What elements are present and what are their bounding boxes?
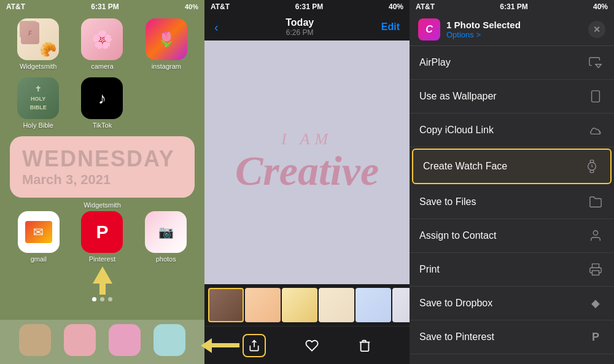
share-sheet-panel: AT&T 6:31 PM 40% C 1 Photo Selected Opti…	[410, 0, 614, 364]
thumbnail-2[interactable]	[245, 288, 281, 322]
share-carrier: AT&T	[416, 2, 435, 11]
nav-subtitle: 6:26 PM	[286, 28, 314, 37]
edit-button[interactable]: Edit	[381, 21, 400, 33]
nav-title-area: Today 6:26 PM	[286, 17, 314, 37]
app-tiktok[interactable]: ♪ TikTok	[74, 77, 130, 129]
app-instagram[interactable]: 🌷 instagram	[138, 18, 195, 70]
thumbnail-5[interactable]	[356, 288, 391, 322]
dock-icon-4[interactable]	[154, 324, 185, 356]
share-status-bar: AT&T 6:31 PM 40%	[410, 0, 614, 14]
heart-button[interactable]	[305, 339, 319, 352]
pinterest-save-icon: P	[587, 328, 604, 346]
holy-bible-label: Holy Bible	[23, 122, 53, 129]
creative-script-text: Creative	[235, 148, 379, 194]
share-item-watchface[interactable]: Create Watch Face	[412, 149, 612, 184]
arrow-indicator	[0, 266, 204, 295]
share-app-icon: C	[418, 18, 440, 41]
camera-icon: 🌸	[81, 18, 123, 60]
widget-date: March 3, 2021	[22, 172, 182, 188]
thumbnail-6[interactable]	[392, 288, 410, 322]
share-item-files[interactable]: Save to Files	[410, 185, 614, 219]
wallpaper-icon	[587, 88, 604, 105]
airplay-label: AirPlay	[419, 57, 587, 68]
page-dot-1	[92, 297, 96, 301]
app-holy-bible[interactable]: ✝HOLYBIBLE Holy Bible	[10, 77, 66, 129]
airplay-icon	[587, 54, 604, 71]
page-dots	[0, 297, 204, 301]
photo-nav: ‹ Today 6:26 PM Edit	[204, 14, 410, 41]
tiktok-icon: ♪	[81, 77, 123, 119]
app-photos[interactable]: 📷 photos	[137, 211, 195, 263]
photos-icon: 📷	[145, 211, 187, 253]
share-item-picsart[interactable]: PicsArt p	[410, 354, 614, 364]
widget-day: WEDNESDAY	[22, 146, 182, 172]
home-dock	[0, 320, 204, 364]
photo-toolbar	[204, 326, 410, 364]
photo-status-bar: AT&T 6:31 PM 40%	[204, 0, 410, 14]
photo-battery: 40%	[389, 2, 403, 11]
svg-marker-1	[596, 64, 601, 68]
share-item-airplay[interactable]: AirPlay	[410, 46, 614, 80]
share-item-contact[interactable]: Assign to Contact	[410, 219, 614, 253]
widgetsmith-widget: WEDNESDAY March 3, 2021	[10, 136, 195, 198]
share-item-icloud[interactable]: Copy iCloud Link	[410, 114, 614, 147]
page-dot-3	[108, 297, 112, 301]
dock-icon-2[interactable]	[64, 324, 96, 356]
dropbox-label: Save to Dropbox	[419, 298, 587, 309]
dropbox-icon: ◆	[587, 295, 604, 312]
app-pinterest[interactable]: P Pinterest	[74, 211, 131, 263]
home-battery: 40%	[185, 3, 198, 10]
tiktok-label: TikTok	[93, 122, 112, 129]
share-item-print[interactable]: Print	[410, 253, 614, 287]
delete-button[interactable]	[358, 339, 371, 352]
share-item-dropbox[interactable]: Save to Dropbox ◆	[410, 287, 614, 320]
instagram-icon: 🌷	[146, 18, 187, 60]
share-options-link[interactable]: Options >	[446, 30, 582, 39]
print-label: Print	[419, 264, 587, 275]
photo-thumbnails	[204, 284, 410, 326]
dock-icon-3[interactable]	[109, 324, 141, 356]
watchface-label: Create Watch Face	[423, 161, 583, 172]
home-app-grid: F 🥐 Widgetsmith 🌸 camera 🌷 instagram ✝HO…	[0, 14, 204, 134]
home-small-app-grid: ✉ gmail P Pinterest 📷 photos	[0, 211, 204, 263]
empty-slot	[138, 77, 195, 129]
files-label: Save to Files	[419, 196, 587, 207]
share-selected-count: 1 Photo Selected	[446, 20, 582, 30]
home-time: 6:31 PM	[91, 2, 119, 11]
thumbnail-3[interactable]	[282, 288, 317, 322]
app-camera[interactable]: 🌸 camera	[74, 18, 130, 70]
share-item-wallpaper[interactable]: Use as Wallpaper	[410, 80, 614, 114]
instagram-label: instagram	[152, 63, 181, 70]
photo-creative-content: I AM Creative	[235, 131, 379, 194]
share-button[interactable]	[243, 334, 266, 357]
photo-carrier: AT&T	[211, 2, 230, 11]
home-screen-panel: AT&T 6:31 PM 40% F 🥐 Widgetsmith 🌸 camer…	[0, 0, 204, 364]
pinterest-label: Pinterest	[89, 255, 115, 263]
home-carrier: AT&T	[6, 2, 25, 11]
svg-rect-8	[593, 271, 599, 275]
app-gmail[interactable]: ✉ gmail	[10, 211, 68, 263]
nav-title: Today	[286, 17, 314, 28]
svg-rect-2	[592, 91, 600, 102]
icloud-label: Copy iCloud Link	[419, 125, 587, 136]
pinterest-icon: P	[81, 211, 123, 253]
thumbnail-1[interactable]	[208, 288, 244, 322]
photo-main-image: I AM Creative	[204, 41, 410, 284]
dock-icon-1[interactable]	[19, 324, 51, 356]
wallpaper-label: Use as Wallpaper	[419, 91, 587, 102]
widgetsmith-section-label: Widgetsmith	[0, 201, 204, 209]
yellow-arrow	[201, 338, 239, 353]
print-icon	[587, 261, 604, 278]
share-close-button[interactable]: ✕	[588, 21, 605, 38]
contact-label: Assign to Contact	[419, 230, 587, 241]
share-item-pinterest-save[interactable]: Save to Pinterest P	[410, 320, 614, 354]
i-am-text: I AM	[235, 131, 379, 149]
back-button[interactable]: ‹	[214, 20, 219, 34]
page-dot-2	[100, 297, 104, 301]
share-time: 6:31 PM	[500, 2, 527, 11]
app-widgetsmith[interactable]: F 🥐 Widgetsmith	[10, 18, 66, 70]
thumbnail-4[interactable]	[319, 288, 354, 322]
photos-label: photos	[156, 255, 176, 263]
home-status-bar: AT&T 6:31 PM 40%	[0, 0, 204, 14]
gmail-label: gmail	[31, 255, 47, 263]
